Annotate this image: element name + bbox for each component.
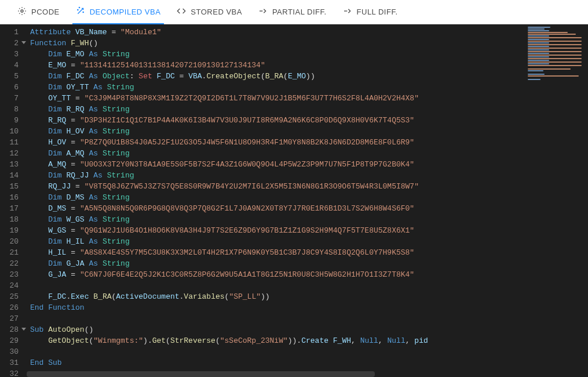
minimap-line xyxy=(528,44,582,45)
code-line[interactable]: End Sub xyxy=(27,357,524,368)
line-number: 31 xyxy=(0,357,27,368)
tab-label: PARTIAL DIFF. xyxy=(272,8,327,16)
horizontal-scrollbar-thumb[interactable] xyxy=(27,371,375,377)
code-line[interactable]: RQ_JJ = "V8T5Q8J6Z7W5J3Z7S7Q5E8S0R9W7B4Y… xyxy=(27,181,524,192)
line-number: 16 xyxy=(0,192,27,203)
minimap-line xyxy=(528,48,582,49)
line-number: 13 xyxy=(0,159,27,170)
minimap-line xyxy=(528,58,582,59)
code-line[interactable] xyxy=(27,280,524,291)
line-number: 19 xyxy=(0,225,27,236)
code-content[interactable]: Attribute VB_Name = "Module1"Function F_… xyxy=(27,24,524,377)
code-line[interactable]: F_DC.Exec B_RA(ActiveDocument.Variables(… xyxy=(27,291,524,302)
minimap-line xyxy=(528,30,549,31)
tab-full-diff[interactable]: FULL DIFF. xyxy=(343,0,398,24)
code-line[interactable] xyxy=(27,313,524,324)
line-number-gutter: 1234567891011121314151617181920212223242… xyxy=(0,24,27,377)
code-line[interactable]: R_RQ = "D3P3H2I1C1Q1C7B1P4A4K0K6I3B4W7V3… xyxy=(27,115,524,126)
minimap-line xyxy=(528,61,582,63)
code-line[interactable]: Dim D_MS As String xyxy=(27,192,524,203)
code-line[interactable]: Dim G_JA As String xyxy=(27,258,524,269)
line-number: 1 xyxy=(0,27,27,38)
code-line[interactable]: D_MS = "A5N5Q8N8N5Q0R6P9G8Q8V8Q3P7Q8G2F1… xyxy=(27,203,524,214)
line-number: 10 xyxy=(0,126,27,137)
line-number: 17 xyxy=(0,203,27,214)
tab-label: FULL DIFF. xyxy=(357,8,398,16)
code-line[interactable] xyxy=(27,346,524,357)
line-number: 23 xyxy=(0,269,27,280)
code-line[interactable]: Dim RQ_JJ As String xyxy=(27,170,524,181)
code-icon xyxy=(177,6,186,17)
line-number: 22 xyxy=(0,258,27,269)
line-number: 6 xyxy=(0,82,27,93)
minimap-line xyxy=(528,56,549,57)
minimap-line xyxy=(528,49,549,50)
line-number: 24 xyxy=(0,280,27,291)
code-line[interactable]: Dim OY_TT As String xyxy=(27,82,524,93)
line-number: 15 xyxy=(0,181,27,192)
code-line[interactable]: Dim F_DC As Object: Set F_DC = VBA.Creat… xyxy=(27,71,524,82)
minimap-line xyxy=(528,79,540,80)
minimap-line xyxy=(528,46,549,47)
line-number: 11 xyxy=(0,137,27,148)
code-line[interactable]: H_OV = "P8Z7Q0U1B8S4J0A5J2F1U2G3O5J4W5F6… xyxy=(27,137,524,148)
line-number: 2 xyxy=(0,38,27,49)
code-line[interactable]: E_MO = "11314112514013113814207210913012… xyxy=(27,60,524,71)
code-line[interactable]: Attribute VB_Name = "Module1" xyxy=(27,27,524,38)
code-line[interactable]: End Function xyxy=(27,302,524,313)
code-line[interactable]: GetObject("Winmgmts:").Get(StrReverse("s… xyxy=(27,335,524,346)
horizontal-scrollbar[interactable] xyxy=(27,371,524,377)
line-number: 30 xyxy=(0,346,27,357)
code-line[interactable]: Dim E_MO As String xyxy=(27,49,524,60)
line-number: 27 xyxy=(0,313,27,324)
svg-point-0 xyxy=(21,10,23,12)
tab-bar: PCODE DECOMPILED VBA STORED VBA PARTIAL … xyxy=(0,0,588,24)
minimap-line xyxy=(528,42,549,44)
tab-decompiled-vba[interactable]: DECOMPILED VBA xyxy=(76,0,161,24)
line-number: 3 xyxy=(0,49,27,60)
tab-label: DECOMPILED VBA xyxy=(90,8,161,16)
minimap-line xyxy=(528,53,549,54)
line-number: 25 xyxy=(0,291,27,302)
wand-icon xyxy=(76,6,85,17)
code-line[interactable]: A_MQ = "U0O3X3T2Y0N3T8A1A9E5S0F5B7S2F4A3… xyxy=(27,159,524,170)
line-number: 29 xyxy=(0,335,27,346)
code-line[interactable]: OY_TT = "C3J9M4P8T8N8P8X3M1I9Z2T2Q9I2D6T… xyxy=(27,93,524,104)
minimap-line xyxy=(528,39,549,40)
line-number: 21 xyxy=(0,247,27,258)
code-line[interactable]: Function F_WH() xyxy=(27,38,524,49)
tab-pcode[interactable]: PCODE xyxy=(17,0,60,24)
code-line[interactable]: G_JA = "C6N7J0F6E4E2Q5J2K1C3C0R5Z8P6G2W9… xyxy=(27,269,524,280)
minimap-line xyxy=(528,35,549,37)
minimap-line xyxy=(528,65,582,66)
minimap-line xyxy=(528,68,571,70)
code-editor[interactable]: 1234567891011121314151617181920212223242… xyxy=(0,24,588,377)
svg-point-3 xyxy=(83,12,83,12)
line-number: 28 xyxy=(0,324,27,335)
code-line[interactable]: Dim R_RQ As String xyxy=(27,104,524,115)
minimap-line xyxy=(528,37,582,38)
minimap-line xyxy=(528,32,568,33)
gear-icon xyxy=(17,6,27,17)
diff-full-icon xyxy=(343,6,352,17)
code-line[interactable]: Sub AutoOpen() xyxy=(27,324,524,335)
code-line[interactable]: Dim A_MQ As String xyxy=(27,148,524,159)
tab-label: PCODE xyxy=(31,8,60,16)
minimap-line xyxy=(528,74,545,75)
minimap[interactable] xyxy=(524,24,588,377)
tab-partial-diff[interactable]: PARTIAL DIFF. xyxy=(258,0,327,24)
minimap-line xyxy=(528,75,579,77)
code-line[interactable]: Dim H_OV As String xyxy=(27,126,524,137)
code-line[interactable]: Dim H_IL As String xyxy=(27,236,524,247)
tab-stored-vba[interactable]: STORED VBA xyxy=(177,0,242,24)
line-number: 9 xyxy=(0,115,27,126)
svg-point-2 xyxy=(79,7,79,8)
line-number: 4 xyxy=(0,60,27,71)
minimap-line xyxy=(528,34,576,35)
minimap-line xyxy=(528,63,549,64)
code-line[interactable]: Dim W_GS As String xyxy=(27,214,524,225)
code-line[interactable]: W_GS = "Q9G1W2J1U6B4O1H8O6K8V8A3H4J9T7S2… xyxy=(27,225,524,236)
line-number: 8 xyxy=(0,104,27,115)
line-number: 5 xyxy=(0,71,27,82)
code-line[interactable]: H_IL = "A8S8X4E4S5Y7M5C3U8K3X3M2L0T4H2R1… xyxy=(27,247,524,258)
